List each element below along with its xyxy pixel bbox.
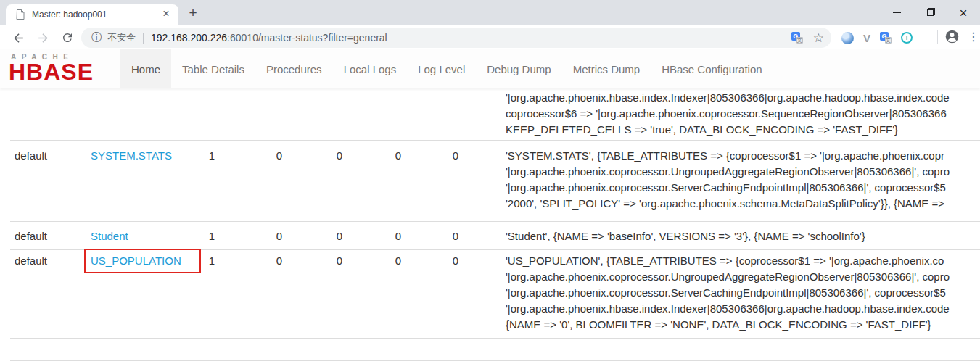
page-favicon-icon (16, 9, 25, 20)
tab-close-icon[interactable]: × (160, 8, 173, 21)
back-button[interactable] (9, 28, 28, 47)
extension-blue-circle-icon[interactable] (841, 32, 854, 44)
minimize-button[interactable] (880, 0, 913, 25)
offline-regions-cell: 0 (249, 228, 310, 244)
browser-menu-button[interactable]: ⋮ (968, 28, 978, 46)
restore-button[interactable] (913, 0, 947, 25)
browser-tab[interactable]: Master: hadoop001 × (6, 4, 178, 25)
address-bar[interactable]: ⓘ 不安全 192.168.200.226:60010/master-statu… (81, 28, 831, 48)
table-description: 'SYSTEM.STATS', {TABLE_ATTRIBUTES => {co… (506, 148, 950, 212)
offline-regions-cell: 0 (249, 253, 310, 269)
description-line: '|org.apache.phoenix.coprocessor.Ungroup… (506, 269, 950, 285)
reload-icon (61, 31, 74, 44)
description-line: {NAME => '0', BLOOMFILTER => 'NONE', DAT… (506, 317, 950, 333)
failed-regions-cell: 0 (309, 148, 370, 164)
description-line: coprocessor$6 => '|org.apache.phoenix.co… (506, 106, 950, 122)
close-icon: × (959, 6, 967, 20)
nav-item-home[interactable]: Home (120, 49, 171, 88)
description-line: '2000', 'SPLIT_POLICY' => 'org.apache.ph… (506, 196, 950, 212)
url-path: :60010/master-status?filter=general (227, 32, 387, 44)
nav-item-procedures[interactable]: Procedures (255, 49, 333, 88)
table-description: '|org.apache.phoenix.hbase.index.Indexer… (506, 90, 950, 138)
nav-item-hbase-configuration[interactable]: HBase Configuration (651, 49, 773, 88)
online-regions-cell: 1 (181, 228, 242, 244)
person-icon (944, 29, 960, 44)
nav-item-debug-dump[interactable]: Debug Dump (476, 49, 561, 88)
split-regions-cell: 0 (368, 228, 429, 244)
security-label: 不安全 (107, 31, 136, 44)
description-line: '|org.apache.phoenix.hbase.index.Indexer… (506, 301, 950, 317)
translate-wen-box: 文 (796, 37, 803, 44)
forward-button[interactable] (33, 28, 52, 47)
nav-item-table-details[interactable]: Table Details (171, 49, 255, 88)
extension-icons: V G 文 T (841, 28, 913, 47)
namespace-cell: default (15, 253, 47, 269)
description-line: '|org.apache.phoenix.coprocessor.Ungroup… (506, 164, 950, 180)
table-name-cell: SYSTEM.STATS (91, 148, 172, 164)
nav-item-local-logs[interactable]: Local Logs (333, 49, 408, 88)
failed-regions-cell: 0 (309, 228, 370, 244)
minimize-icon (893, 12, 901, 13)
table-row-partial: '|org.apache.phoenix.hbase.index.Indexer… (10, 88, 980, 140)
restore-icon (927, 9, 934, 16)
toolbar-divider (937, 30, 938, 44)
url-text: 192.168.200.226:60010/master-status?filt… (151, 32, 786, 44)
nav-item-log-level[interactable]: Log Level (407, 49, 476, 88)
omnibox-right-icons: G 文 ☆ (791, 32, 824, 44)
translate-page-icon[interactable]: G 文 (791, 32, 803, 44)
split-regions-cell: 0 (368, 148, 429, 164)
browser-toolbar: ⓘ 不安全 192.168.200.226:60010/master-statu… (0, 25, 980, 49)
online-regions-cell: 1 (181, 148, 242, 164)
extension-tampermonkey-icon[interactable]: T (901, 32, 913, 44)
table-description: 'Student', {NAME => 'baseInfo', VERSIONS… (506, 228, 865, 244)
description-line: 'US_POPULATION', {TABLE_ATTRIBUTES => {c… (506, 253, 950, 269)
table-row-student: default Student 1 0 0 0 0 'Student', {NA… (10, 221, 980, 249)
namespace-cell: default (15, 148, 47, 164)
nav-menu: Home Table Details Procedures Local Logs… (120, 49, 773, 88)
extension-vue-icon[interactable]: V (863, 33, 870, 44)
back-icon (12, 31, 25, 45)
nav-item-metrics-dump[interactable]: Metrics Dump (562, 49, 651, 88)
translate-wen-box: 文 (885, 37, 892, 44)
close-button[interactable]: × (947, 0, 980, 25)
url-host: 192.168.200.226 (151, 32, 227, 44)
hbase-logo[interactable]: APACHE HBASE (9, 53, 114, 85)
window-controls: × (880, 0, 980, 25)
hbase-navbar: APACHE HBASE Home Table Details Procedur… (0, 49, 980, 88)
description-line: 'Student', {NAME => 'baseInfo', VERSIONS… (506, 228, 865, 244)
site-info-icon[interactable]: ⓘ (91, 31, 102, 44)
table-link-student[interactable]: Student (91, 230, 128, 242)
table-link-system-stats[interactable]: SYSTEM.STATS (91, 149, 172, 162)
split-regions-cell: 0 (368, 253, 429, 269)
annotation-highlight-box (84, 249, 201, 273)
bookmark-star-icon[interactable]: ☆ (813, 32, 824, 44)
logo-hbase-text: HBASE (9, 61, 114, 83)
bottom-divider (10, 360, 980, 361)
other-regions-cell: 0 (425, 228, 486, 244)
description-line: '|org.apache.phoenix.coprocessor.ServerC… (506, 180, 950, 196)
failed-regions-cell: 0 (309, 253, 370, 269)
description-line: KEEP_DELETED_CELLS => 'true', DATA_BLOCK… (506, 122, 950, 138)
description-line: '|org.apache.phoenix.hbase.index.Indexer… (506, 90, 950, 106)
extension-translate-icon[interactable]: G 文 (880, 32, 892, 44)
offline-regions-cell: 0 (249, 148, 310, 164)
namespace-cell: default (15, 228, 47, 244)
table-description: 'US_POPULATION', {TABLE_ATTRIBUTES => {c… (506, 253, 950, 333)
new-tab-button[interactable]: + (184, 6, 202, 20)
tab-title: Master: hadoop001 (32, 9, 160, 20)
other-regions-cell: 0 (425, 253, 486, 269)
table-name-cell: Student (91, 228, 128, 244)
reload-button[interactable] (58, 28, 77, 47)
description-line: 'SYSTEM.STATS', {TABLE_ATTRIBUTES => {co… (506, 148, 950, 164)
forward-icon (36, 31, 50, 45)
profile-avatar[interactable] (944, 29, 960, 44)
description-line: '|org.apache.phoenix.coprocessor.ServerC… (506, 285, 950, 301)
table-row-system-stats: default SYSTEM.STATS 1 0 0 0 0 'SYSTEM.S… (10, 140, 980, 221)
browser-titlebar: Master: hadoop001 × + × (0, 0, 980, 25)
url-separator (143, 33, 144, 44)
other-regions-cell: 0 (425, 148, 486, 164)
